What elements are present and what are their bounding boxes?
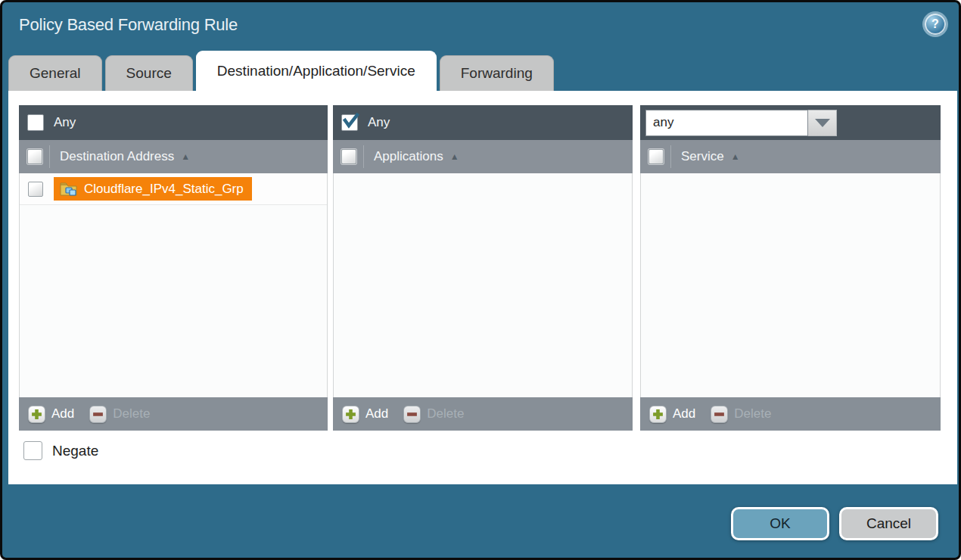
- address-group-icon: [60, 182, 78, 197]
- destination-add-button[interactable]: Add: [28, 406, 74, 423]
- delete-button-label: Delete: [113, 406, 150, 422]
- minus-icon: [403, 406, 421, 423]
- destination-any-bar: Any: [19, 105, 328, 140]
- delete-button-label: Delete: [427, 406, 464, 422]
- ok-button-label: OK: [770, 515, 790, 531]
- plus-icon: [342, 406, 359, 423]
- tab-general[interactable]: General: [8, 55, 102, 91]
- applications-any-label: Any: [368, 115, 390, 130]
- destination-list: Cloudflare_IPv4_Static_Grp: [19, 173, 328, 397]
- tab-forwarding-label: Forwarding: [461, 65, 533, 82]
- tab-destination-application-service[interactable]: Destination/Application/Service: [196, 51, 437, 91]
- service-column-header[interactable]: Service ▲: [640, 140, 941, 173]
- applications-footer: Add Delete: [333, 397, 633, 431]
- cancel-button[interactable]: Cancel: [839, 507, 938, 540]
- destination-footer: Add Delete: [19, 397, 328, 431]
- service-list: [640, 173, 941, 397]
- destination-delete-button[interactable]: Delete: [89, 406, 150, 423]
- sort-ascending-icon: ▲: [181, 151, 190, 162]
- help-icon[interactable]: ?: [925, 14, 946, 35]
- applications-panel: Any Applications ▲ Add: [333, 105, 633, 431]
- sort-ascending-icon: ▲: [731, 151, 740, 162]
- minus-icon: [711, 406, 728, 423]
- service-delete-button[interactable]: Delete: [711, 406, 771, 423]
- destination-any-label: Any: [54, 115, 76, 130]
- negate-label: Negate: [52, 443, 98, 459]
- add-button-label: Add: [51, 406, 74, 422]
- applications-header-label: Applications: [374, 149, 443, 164]
- tab-source[interactable]: Source: [105, 55, 193, 91]
- cancel-button-label: Cancel: [866, 515, 911, 531]
- destination-row[interactable]: Cloudflare_IPv4_Static_Grp: [20, 173, 327, 205]
- check-icon: [341, 110, 361, 130]
- tab-forwarding[interactable]: Forwarding: [440, 55, 554, 91]
- header-divider: [670, 145, 671, 168]
- ok-button[interactable]: OK: [731, 507, 829, 540]
- destination-panel: Any Destination Address ▲: [19, 105, 328, 431]
- destination-column-header[interactable]: Destination Address ▲: [19, 140, 328, 173]
- applications-selectall-checkbox[interactable]: [341, 149, 356, 164]
- destination-selectall-checkbox[interactable]: [27, 149, 42, 164]
- applications-delete-button[interactable]: Delete: [403, 406, 464, 423]
- applications-any-bar: Any: [333, 105, 633, 140]
- service-selectall-checkbox[interactable]: [648, 149, 664, 164]
- service-dropdown-button[interactable]: [808, 110, 837, 136]
- header-divider: [49, 145, 50, 168]
- negate-checkbox[interactable]: [23, 441, 42, 460]
- tab-general-label: General: [30, 65, 81, 82]
- applications-any-checkbox[interactable]: [341, 114, 358, 131]
- service-dropdown-value[interactable]: any: [645, 110, 808, 136]
- service-add-button[interactable]: Add: [649, 406, 695, 423]
- destination-any-checkbox[interactable]: [27, 114, 44, 131]
- negate-row: Negate: [23, 441, 98, 460]
- destination-header-label: Destination Address: [60, 149, 174, 164]
- applications-list: [333, 173, 633, 397]
- tab-content: Any Destination Address ▲: [8, 91, 957, 484]
- destination-row-checkbox[interactable]: [28, 182, 43, 197]
- policy-based-forwarding-dialog: Policy Based Forwarding Rule ? General S…: [0, 0, 961, 560]
- applications-add-button[interactable]: Add: [342, 406, 388, 423]
- service-footer: Add Delete: [640, 397, 941, 431]
- service-header-label: Service: [681, 149, 724, 164]
- tab-bar: General Source Destination/Application/S…: [8, 51, 554, 91]
- applications-column-header[interactable]: Applications ▲: [333, 140, 633, 173]
- service-any-bar: any: [640, 105, 941, 140]
- dialog-title: Policy Based Forwarding Rule: [19, 15, 238, 35]
- service-dropdown[interactable]: any: [645, 110, 837, 136]
- minus-icon: [89, 406, 107, 423]
- add-button-label: Add: [673, 406, 695, 422]
- chevron-down-icon: [815, 119, 830, 127]
- plus-icon: [649, 406, 667, 423]
- tab-destination-application-service-label: Destination/Application/Service: [217, 63, 415, 79]
- destination-entry[interactable]: Cloudflare_IPv4_Static_Grp: [54, 177, 252, 201]
- plus-icon: [28, 406, 45, 423]
- add-button-label: Add: [365, 406, 388, 422]
- service-panel: any Service ▲ Add: [640, 105, 941, 431]
- tab-source-label: Source: [126, 65, 172, 82]
- delete-button-label: Delete: [734, 406, 771, 422]
- sort-ascending-icon: ▲: [450, 151, 459, 162]
- destination-entry-label: Cloudflare_IPv4_Static_Grp: [84, 182, 244, 197]
- header-divider: [363, 145, 364, 168]
